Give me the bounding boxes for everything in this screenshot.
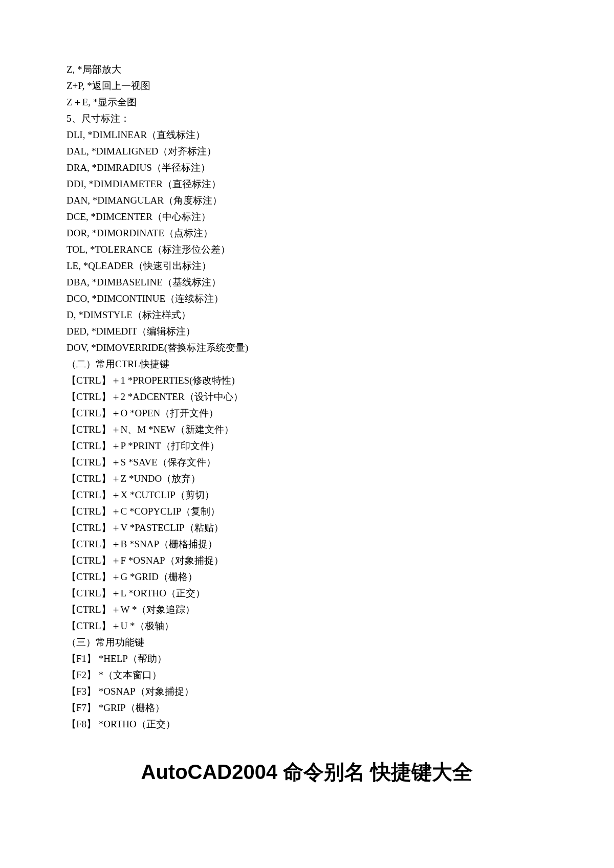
text-line: D, *DIMSTYLE（标注样式） (67, 307, 547, 323)
document-title: AutoCAD2004 命令别名 快捷键大全 (67, 758, 547, 786)
text-line: DCE, *DIMCENTER（中心标注） (67, 209, 547, 225)
text-line: TOL, *TOLERANCE（标注形位公差） (67, 241, 547, 258)
text-line: 【CTRL】＋O *OPEN（打开文件） (67, 405, 547, 421)
text-line: 【CTRL】＋U *（极轴） (67, 618, 547, 634)
text-line: 【CTRL】＋N、M *NEW（新建文件） (67, 421, 547, 438)
text-line: 【CTRL】＋B *SNAP（栅格捕捉） (67, 536, 547, 552)
text-line: 【CTRL】＋Z *UNDO（放弃） (67, 471, 547, 487)
text-line: 【F2】 *（文本窗口） (67, 667, 547, 683)
text-line: （三）常用功能键 (67, 634, 547, 651)
text-line: DCO, *DIMCONTINUE（连续标注） (67, 291, 547, 307)
text-line: Z+P, *返回上一视图 (67, 78, 547, 94)
text-line: 【CTRL】＋2 *ADCENTER（设计中心） (67, 389, 547, 405)
text-line: 【CTRL】＋1 *PROPERTIES(修改特性) (67, 372, 547, 389)
text-line: DAL, *DIMALIGNED（对齐标注） (67, 143, 547, 160)
text-line: （二）常用CTRL快捷键 (67, 356, 547, 372)
text-line: Z＋E, *显示全图 (67, 94, 547, 110)
text-line: DBA, *DIMBASELINE（基线标注） (67, 274, 547, 291)
text-line: 【CTRL】＋P *PRINT（打印文件） (67, 438, 547, 454)
text-line: DDI, *DIMDIAMETER（直径标注） (67, 176, 547, 192)
text-line: 【CTRL】＋F *OSNAP（对象捕捉） (67, 552, 547, 569)
text-line: 【F1】 *HELP（帮助） (67, 651, 547, 667)
text-line: DED, *DIMEDIT（编辑标注） (67, 323, 547, 340)
text-line: 【F8】 *ORTHO（正交） (67, 716, 547, 732)
text-line: DOR, *DIMORDINATE（点标注） (67, 225, 547, 241)
text-line: 【CTRL】＋V *PASTECLIP（粘贴） (67, 520, 547, 536)
text-line: 【CTRL】＋S *SAVE（保存文件） (67, 454, 547, 471)
text-line: 【CTRL】＋X *CUTCLIP（剪切） (67, 487, 547, 503)
text-line: DOV, *DIMOVERRIDE(替换标注系统变量) (67, 340, 547, 356)
text-line: Z, *局部放大 (67, 61, 547, 78)
text-line: 【F7】 *GRIP（栅格） (67, 700, 547, 716)
document-body: Z, *局部放大Z+P, *返回上一视图Z＋E, *显示全图5、尺寸标注：DLI… (67, 61, 547, 732)
text-line: DRA, *DIMRADIUS（半径标注） (67, 160, 547, 176)
text-line: 【CTRL】＋C *COPYCLIP（复制） (67, 503, 547, 520)
text-line: 【CTRL】＋G *GRID（栅格） (67, 569, 547, 585)
text-line: DLI, *DIMLINEAR（直线标注） (67, 127, 547, 143)
text-line: 【F3】 *OSNAP（对象捕捉） (67, 683, 547, 700)
text-line: LE, *QLEADER（快速引出标注） (67, 258, 547, 274)
text-line: DAN, *DIMANGULAR（角度标注） (67, 192, 547, 209)
text-line: 5、尺寸标注： (67, 110, 547, 127)
text-line: 【CTRL】＋W *（对象追踪） (67, 602, 547, 618)
text-line: 【CTRL】＋L *ORTHO（正交） (67, 585, 547, 602)
